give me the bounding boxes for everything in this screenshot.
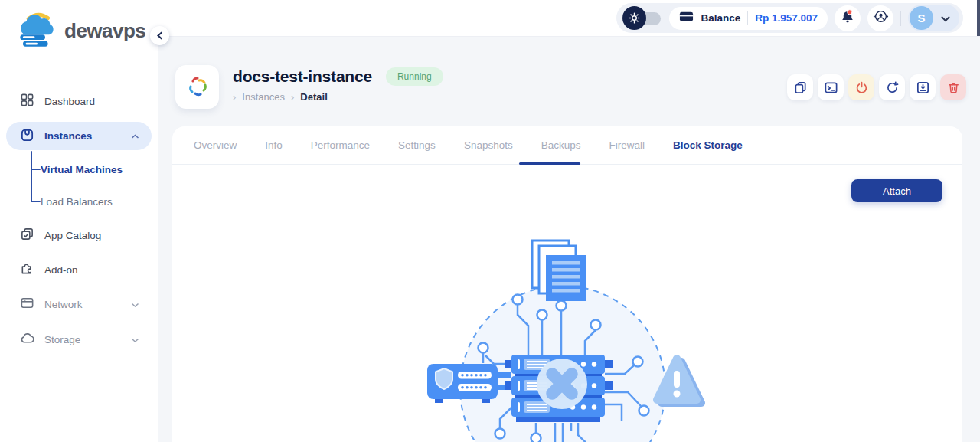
tab-settings[interactable]: Settings (398, 139, 436, 151)
scrollbar-thumb[interactable] (977, 0, 980, 36)
cloud-storage-icon (20, 331, 34, 348)
sidebar-item-label: Instances (44, 130, 92, 142)
sidebar-item-instances[interactable]: Instances (6, 122, 152, 150)
tab-backups[interactable]: Backups (541, 139, 581, 151)
detail-card: Overview Info Performance Settings Snaps… (172, 126, 962, 442)
sun-icon (622, 6, 646, 30)
brand-name: dewavps (64, 19, 145, 43)
avatar: S (910, 6, 933, 30)
sidebar-collapse-button[interactable] (150, 26, 169, 45)
sidebar-item-app-catalog[interactable]: App Catalog (11, 224, 149, 247)
refresh-icon (885, 80, 900, 95)
attach-button[interactable]: Attach (851, 179, 942, 202)
terminal-icon (824, 80, 838, 95)
topbar-controls: Balance Rp 1.957.007 (616, 3, 963, 33)
bell-icon (840, 9, 855, 28)
sidebar-item-label: App Catalog (44, 230, 101, 241)
tree-line (31, 151, 32, 201)
console-button[interactable] (818, 74, 844, 100)
copy-icon (793, 80, 808, 95)
headset-agent-icon (873, 8, 889, 28)
sidebar-item-label: Dashboard (44, 96, 95, 107)
sidebar-item-label: Add-on (44, 264, 78, 276)
tree-branch (31, 169, 41, 170)
tab-firewall[interactable]: Firewall (609, 139, 645, 151)
support-button[interactable] (867, 5, 893, 31)
chevron-down-icon (131, 334, 139, 345)
network-icon (20, 296, 34, 313)
dashboard-icon (20, 93, 34, 110)
user-menu[interactable]: S (908, 5, 959, 31)
tab-info[interactable]: Info (265, 139, 283, 151)
snapshot-button[interactable] (910, 74, 936, 100)
chevron-up-icon (131, 130, 139, 142)
app-catalog-icon (20, 227, 34, 244)
breadcrumb-detail: Detail (300, 91, 327, 103)
divider (747, 11, 748, 25)
tab-indicator (519, 162, 580, 165)
sidebar-item-virtual-machines[interactable]: Virtual Machines (41, 161, 122, 178)
instances-icon (20, 128, 34, 145)
sub-item-label: Load Balancers (41, 196, 113, 208)
instance-actions (787, 74, 966, 100)
theme-toggle[interactable] (622, 6, 662, 31)
sidebar-item-network[interactable]: Network (11, 293, 149, 316)
sidebar-item-dashboard[interactable]: Dashboard (11, 90, 149, 113)
sidebar-item-label: Network (44, 299, 83, 310)
chevron-down-icon (941, 11, 950, 25)
balance-pill[interactable]: Balance Rp 1.957.007 (669, 7, 828, 30)
tab-bar: Overview Info Performance Settings Snaps… (172, 126, 962, 165)
balance-value: Rp 1.957.007 (755, 12, 818, 24)
save-icon (916, 80, 930, 95)
tab-performance[interactable]: Performance (311, 139, 370, 151)
power-button[interactable] (848, 74, 874, 100)
sidebar-item-label: Storage (44, 334, 80, 345)
power-icon (854, 80, 869, 95)
breadcrumb: › Instances › Detail (233, 91, 328, 103)
tab-snapshots[interactable]: Snapshots (464, 139, 513, 151)
instance-os-icon-card (175, 65, 219, 109)
chevron-right-icon: › (291, 91, 294, 103)
breadcrumb-instances[interactable]: Instances (242, 91, 285, 103)
wallet-icon (679, 10, 694, 26)
main-content: docs-test-instance Running › Instances ›… (158, 37, 980, 442)
puzzle-icon (20, 261, 34, 278)
chevron-down-icon (131, 299, 139, 310)
balance-label: Balance (701, 12, 740, 24)
sidebar-item-storage[interactable]: Storage (11, 328, 149, 351)
tree-branch (31, 201, 41, 202)
delete-button[interactable] (940, 74, 966, 100)
page-title: docs-test-instance (233, 67, 372, 86)
os-pinwheel-icon (185, 74, 210, 101)
status-badge: Running (386, 67, 443, 86)
tab-block-storage[interactable]: Block Storage (673, 139, 743, 151)
reboot-button[interactable] (879, 74, 905, 100)
divider (900, 11, 901, 26)
cloud-logo-icon (15, 9, 60, 52)
topbar: Balance Rp 1.957.007 (158, 0, 980, 37)
chevron-right-icon: › (233, 91, 236, 103)
sub-item-label: Virtual Machines (41, 164, 122, 175)
brand-logo[interactable]: dewavps (15, 9, 145, 52)
tab-overview[interactable]: Overview (194, 139, 237, 151)
empty-state-illustration (421, 230, 712, 442)
trash-icon (946, 80, 961, 95)
notifications-button[interactable] (835, 5, 861, 31)
sidebar-item-load-balancers[interactable]: Load Balancers (41, 193, 113, 210)
sidebar: dewavps Dashboard Instances Virtual Mach… (0, 0, 158, 442)
clone-button[interactable] (787, 74, 813, 100)
sidebar-item-add-on[interactable]: Add-on (11, 258, 149, 281)
